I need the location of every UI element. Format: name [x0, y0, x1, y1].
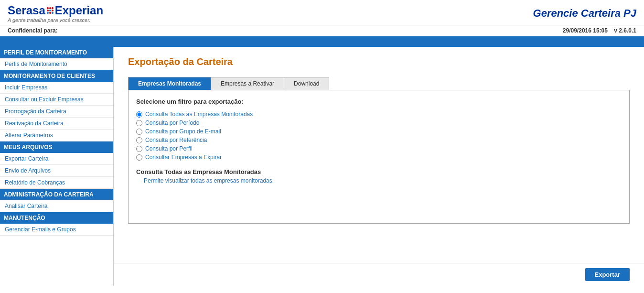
main-area: Exportação da Carteira Empresas Monitora… [114, 47, 644, 286]
sidebar-section-meus-arquivos: MEUS ARQUIVOS [0, 141, 113, 153]
sidebar-item-envio-arquivos[interactable]: Envio de Arquivos [0, 165, 113, 177]
sidebar-section-perfil: PERFIL DE MONITORAMENTO [0, 47, 113, 58]
export-button[interactable]: Exportar [585, 268, 630, 281]
radio-consultar-expirar-input[interactable] [136, 154, 142, 161]
radio-consultar-expirar-label: Consultar Empresas a Expirar [145, 154, 222, 161]
radio-consulta-todas[interactable]: Consulta Todas as Empresas Monitoradas [136, 111, 622, 118]
radio-consulta-todas-label: Consulta Todas as Empresas Monitoradas [145, 111, 253, 118]
radio-consulta-grupo[interactable]: Consulta por Grupo de E-mail [136, 128, 622, 135]
logo-tagline: A gente trabalha para você crescer. [8, 17, 103, 23]
sidebar-item-analisar-carteira[interactable]: Analisar Carteira [0, 200, 113, 212]
description-text: Permite visualizar todas as empresas mon… [136, 177, 622, 184]
sidebar-item-gerenciar-emails[interactable]: Gerenciar E-mails e Grupos [0, 224, 113, 236]
radio-consulta-grupo-input[interactable] [136, 129, 142, 135]
radio-consulta-referencia[interactable]: Consulta por Referência [136, 137, 622, 143]
logo-experian: Experian [55, 4, 103, 17]
description-box: Consulta Todas as Empresas Monitoradas P… [136, 168, 622, 184]
radio-consulta-periodo-label: Consulta por Período [145, 119, 199, 126]
radio-consulta-perfil[interactable]: Consulta por Perfil [136, 145, 622, 152]
radio-consulta-periodo-input[interactable] [136, 120, 142, 126]
header: Serasa Experian A gente trabalha para vo… [0, 0, 644, 25]
logo-dots-icon [47, 7, 54, 14]
sidebar-section-administracao: ADMINISTRAÇÃO DA CARTEIRA [0, 189, 113, 200]
tabs: Empresas Monitoradas Empresas a Reativar… [128, 77, 329, 90]
datetime: 29/09/2016 15:05 [563, 27, 608, 34]
radio-consulta-todas-input[interactable] [136, 111, 142, 118]
description-title: Consulta Todas as Empresas Monitoradas [136, 168, 622, 175]
footer-area: Exportar [114, 263, 644, 286]
confidential-bar: Confidencial para: 29/09/2016 15:05 v 2.… [0, 25, 644, 36]
sidebar: PERFIL DE MONITORAMENTO Perfis de Monito… [0, 47, 114, 286]
datetime-version: 29/09/2016 15:05 v 2.6.0.1 [563, 27, 636, 34]
radio-group: Consulta Todas as Empresas Monitoradas C… [136, 111, 622, 161]
tab-empresas-reativar[interactable]: Empresas a Reativar [211, 77, 284, 90]
radio-consulta-referencia-label: Consulta por Referência [145, 137, 207, 143]
filter-label: Selecione um filtro para exportação: [136, 98, 622, 105]
main-content: Exportação da Carteira Empresas Monitora… [114, 47, 644, 263]
app-title: Gerencie Carteira PJ [533, 7, 636, 20]
radio-consultar-expirar[interactable]: Consultar Empresas a Expirar [136, 154, 622, 161]
layout: PERFIL DE MONITORAMENTO Perfis de Monito… [0, 47, 644, 286]
sidebar-item-prorrogacao[interactable]: Prorrogação da Carteira [0, 106, 113, 118]
page-title: Exportação da Carteira [128, 56, 630, 67]
confidential-label: Confidencial para: [8, 27, 58, 34]
sidebar-item-reativacao[interactable]: Reativação da Carteira [0, 118, 113, 130]
nav-bar [0, 36, 644, 47]
radio-consulta-referencia-input[interactable] [136, 137, 142, 143]
sidebar-item-incluir-empresas[interactable]: Incluir Empresas [0, 82, 113, 94]
logo-serasa: Serasa [8, 4, 45, 17]
radio-consulta-periodo[interactable]: Consulta por Período [136, 119, 622, 126]
tab-content: Selecione um filtro para exportação: Con… [128, 90, 630, 224]
tab-empresas-monitoradas[interactable]: Empresas Monitoradas [129, 77, 211, 90]
sidebar-item-alterar-parametros[interactable]: Alterar Parâmetros [0, 130, 113, 141]
sidebar-section-manutencao: MANUTENÇÃO [0, 212, 113, 224]
logo-container: Serasa Experian A gente trabalha para vo… [8, 4, 103, 23]
radio-consulta-grupo-label: Consulta por Grupo de E-mail [145, 128, 221, 135]
radio-consulta-perfil-input[interactable] [136, 146, 142, 152]
version: v 2.6.0.1 [614, 27, 636, 34]
logo-main: Serasa Experian [8, 4, 103, 17]
sidebar-item-relatorio-cobranças[interactable]: Relatório de Cobranças [0, 177, 113, 189]
sidebar-section-monitoramento: MONITORAMENTO DE CLIENTES [0, 70, 113, 82]
radio-consulta-perfil-label: Consulta por Perfil [145, 145, 193, 152]
sidebar-item-consultar-excluir[interactable]: Consultar ou Excluir Empresas [0, 94, 113, 106]
sidebar-item-exportar-carteira[interactable]: Exportar Carteira [0, 153, 113, 165]
tab-download[interactable]: Download [284, 77, 329, 90]
sidebar-item-perfis-monitoramento[interactable]: Perfis de Monitoramento [0, 58, 113, 70]
